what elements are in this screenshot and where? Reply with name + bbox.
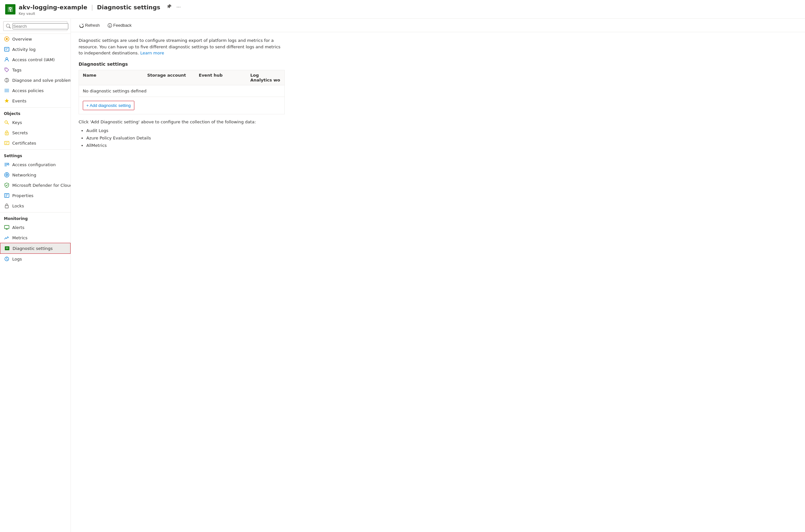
sidebar-item-properties[interactable]: Properties: [0, 190, 71, 201]
svg-point-7: [6, 69, 6, 69]
refresh-button[interactable]: Refresh: [76, 21, 103, 29]
sidebar-item-iam[interactable]: Access control (IAM): [0, 54, 71, 65]
refresh-icon: [79, 23, 84, 28]
sidebar-label-networking: Networking: [12, 173, 36, 177]
svg-point-22: [110, 24, 110, 25]
add-diagnostic-setting-button[interactable]: + Add diagnostic setting: [83, 101, 134, 110]
list-item-allmetrics: AllMetrics: [86, 142, 797, 149]
section-monitoring: Monitoring: [0, 212, 71, 222]
access-policies-icon: [4, 88, 10, 93]
alerts-icon: [4, 225, 10, 230]
logs-icon: [4, 256, 10, 262]
section-settings: Settings: [0, 149, 71, 159]
add-setting-row: + Add diagnostic setting: [79, 97, 284, 114]
diagnostic-settings-table: Name Storage account Event hub Log Analy…: [79, 70, 285, 114]
sidebar-item-diagnostic-settings[interactable]: Diagnostic settings: [0, 243, 71, 254]
access-config-icon: [4, 162, 10, 168]
content-body: Diagnostic settings are used to configur…: [71, 32, 805, 155]
app-icon: [5, 4, 16, 15]
sidebar-item-networking[interactable]: Networking: [0, 170, 71, 180]
svg-point-11: [6, 133, 7, 134]
sidebar-item-access-config[interactable]: Access configuration: [0, 159, 71, 170]
sidebar-item-activity-log[interactable]: Activity log: [0, 44, 71, 54]
sidebar-label-activity-log: Activity log: [12, 47, 36, 52]
tags-icon: [4, 67, 10, 73]
networking-icon: [4, 172, 10, 178]
metrics-icon: [4, 235, 10, 241]
sidebar-item-locks[interactable]: Locks: [0, 201, 71, 211]
sidebar-item-defender[interactable]: Microsoft Defender for Cloud: [0, 180, 71, 190]
svg-point-6: [6, 58, 8, 60]
svg-rect-12: [4, 141, 9, 145]
sidebar-item-keys[interactable]: Keys: [0, 117, 71, 128]
sidebar-label-overview: Overview: [12, 37, 32, 41]
diagnose-icon: [4, 77, 10, 83]
sidebar-search-area: ≪: [0, 19, 71, 34]
col-storage: Storage account: [143, 70, 195, 85]
defender-icon: [4, 182, 10, 188]
sidebar-label-defender: Microsoft Defender for Cloud: [12, 183, 71, 188]
sidebar-item-access-policies[interactable]: Access policies: [0, 86, 71, 96]
svg-rect-2: [10, 11, 11, 12]
collection-intro: Click 'Add Diagnostic setting' above to …: [79, 119, 797, 124]
sidebar-item-metrics[interactable]: Metrics: [0, 232, 71, 243]
sidebar-label-secrets: Secrets: [12, 130, 28, 135]
feedback-icon: [108, 23, 112, 28]
toolbar: Refresh Feedback: [71, 19, 805, 32]
svg-point-13: [8, 164, 9, 165]
description-text: Diagnostic settings are used to configur…: [79, 38, 281, 55]
svg-rect-5: [4, 48, 9, 51]
keys-icon: [4, 119, 10, 125]
empty-row: No diagnostic settings defined: [79, 86, 284, 97]
app-header: akv-logging-example | Diagnostic setting…: [0, 0, 805, 19]
secrets-icon: [4, 130, 10, 136]
search-input[interactable]: [13, 23, 68, 29]
sidebar-label-diagnose: Diagnose and solve problems: [12, 78, 71, 83]
sidebar-item-events[interactable]: Events: [0, 96, 71, 106]
sidebar-label-alerts: Alerts: [12, 225, 24, 230]
resource-name: akv-logging-example: [19, 4, 87, 11]
learn-more-link[interactable]: Learn more: [140, 51, 164, 55]
activity-log-icon: [4, 46, 10, 52]
feedback-button[interactable]: Feedback: [105, 21, 135, 29]
diagnostic-settings-section-title: Diagnostic settings: [79, 61, 797, 66]
sidebar-item-logs[interactable]: Logs: [0, 254, 71, 264]
sidebar-item-overview[interactable]: Overview: [0, 34, 71, 44]
sidebar-label-access-policies: Access policies: [12, 88, 44, 93]
more-button[interactable]: ···: [175, 3, 182, 11]
col-eventhub: Event hub: [195, 70, 246, 85]
sidebar-label-access-config: Access configuration: [12, 162, 56, 167]
sidebar-item-diagnose[interactable]: Diagnose and solve problems: [0, 75, 71, 86]
diagnostic-settings-icon: [4, 245, 10, 251]
search-icon: [6, 24, 11, 28]
sidebar-label-certificates: Certificates: [12, 141, 36, 146]
events-icon: [4, 98, 10, 104]
sidebar-label-locks: Locks: [12, 204, 24, 208]
header-title-block: akv-logging-example | Diagnostic setting…: [19, 3, 182, 16]
page-name: Diagnostic settings: [97, 4, 160, 11]
resource-type: Key vault: [19, 12, 182, 16]
list-item-audit-logs: Audit Logs: [86, 127, 797, 134]
overview-icon: [4, 36, 10, 42]
svg-point-4: [6, 38, 8, 40]
svg-rect-23: [110, 25, 110, 27]
header-actions: ···: [166, 3, 182, 12]
sidebar-item-secrets[interactable]: Secrets: [0, 128, 71, 138]
locks-icon: [4, 203, 10, 209]
sidebar-label-events: Events: [12, 98, 26, 103]
feedback-label: Feedback: [113, 23, 132, 28]
pin-button[interactable]: [166, 3, 173, 12]
sidebar-nav: Overview Activity log Access control (IA…: [0, 34, 71, 532]
sidebar-label-properties: Properties: [12, 193, 34, 198]
description: Diagnostic settings are used to configur…: [79, 37, 285, 56]
main-layout: ≪ Overview Activity log: [0, 19, 805, 532]
sidebar-label-metrics: Metrics: [12, 235, 27, 240]
sidebar-item-alerts[interactable]: Alerts: [0, 222, 71, 232]
sidebar-label-iam: Access control (IAM): [12, 57, 55, 62]
sidebar-item-certificates[interactable]: Certificates: [0, 138, 71, 148]
main-content: Refresh Feedback Diagnostic settings are…: [71, 19, 805, 532]
page-title: akv-logging-example | Diagnostic setting…: [19, 3, 182, 12]
sidebar-item-tags[interactable]: Tags: [0, 65, 71, 75]
data-items-list: Audit Logs Azure Policy Evaluation Detai…: [79, 127, 797, 149]
col-loganalytics: Log Analytics wo: [246, 70, 285, 85]
